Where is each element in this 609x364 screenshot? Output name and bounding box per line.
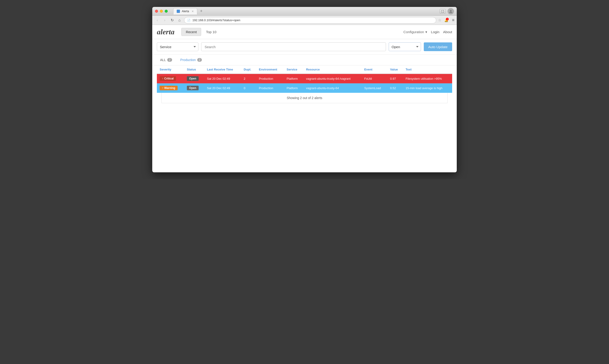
- col-text[interactable]: Text: [403, 65, 452, 74]
- cell-event-1: SystemLoad: [361, 83, 387, 93]
- reload-button[interactable]: ↻: [169, 17, 175, 23]
- cell-event-0: FsUtil: [361, 74, 387, 83]
- cell-status-1: Open: [184, 83, 204, 93]
- window-expand-button[interactable]: [440, 9, 446, 13]
- tab-title: Alerta: [182, 10, 189, 13]
- maximize-button[interactable]: [165, 10, 168, 13]
- app-nav: Recent Top 10: [181, 28, 221, 36]
- app-logo: alerta: [157, 28, 174, 36]
- nav-item-top10[interactable]: Top 10: [202, 28, 221, 36]
- col-dupl[interactable]: Dupl.: [241, 65, 256, 74]
- cell-environment-1: Production: [256, 83, 284, 93]
- login-button[interactable]: Login: [431, 30, 440, 34]
- col-severity[interactable]: Severity: [157, 65, 184, 74]
- col-service[interactable]: Service: [284, 65, 303, 74]
- cell-resource-0: vagrant-ubuntu-trusty-64:/vagrant: [303, 74, 361, 83]
- svg-point-1: [449, 12, 452, 13]
- cell-service-0: Platform: [284, 74, 303, 83]
- cell-environment-0: Production: [256, 74, 284, 83]
- cell-time-0: Sat 20 Dec 02:49: [204, 74, 241, 83]
- table-container: Severity Status Last Receive Time Dupl. …: [152, 65, 457, 103]
- new-tab-button[interactable]: +: [198, 8, 205, 14]
- cell-dupl-1: 0: [241, 83, 256, 93]
- about-button[interactable]: About: [443, 30, 452, 34]
- auto-update-button[interactable]: Auto Update: [424, 42, 452, 51]
- severity-badge-0: ↑ Critical: [160, 76, 176, 81]
- severity-badge-1: ↑ Warning: [160, 86, 178, 90]
- nav-item-recent[interactable]: Recent: [181, 28, 201, 36]
- user-avatar: [447, 8, 454, 14]
- filter-tab-all[interactable]: ALL 2: [157, 57, 175, 63]
- filter-tab-production-label: Production: [180, 58, 196, 62]
- configuration-label: Configuration: [403, 30, 424, 34]
- cell-value-0: 0.97: [387, 74, 403, 83]
- lock-icon: 📄: [187, 19, 191, 22]
- table-row[interactable]: ↑ Warning Open Sat 20 Dec 02:49 0 Produc…: [157, 83, 452, 93]
- notifications-icon[interactable]: 🔔 2: [443, 17, 449, 23]
- app-content: alerta Recent Top 10 Configuration ▾ Log…: [152, 25, 457, 172]
- cell-severity-0: ↑ Critical: [157, 74, 184, 83]
- cell-text-1: 15-min load average is high: [403, 83, 452, 93]
- footer-message: Showing 2 out of 2 alerts: [287, 96, 322, 100]
- app-header: alerta Recent Top 10 Configuration ▾ Log…: [152, 25, 457, 39]
- browser-titlebar: Alerta × +: [152, 7, 457, 16]
- status-badge-0: Open: [187, 76, 199, 81]
- bookmark-star-icon[interactable]: ☆: [438, 18, 441, 22]
- cell-time-1: Sat 20 Dec 02:49: [204, 83, 241, 93]
- browser-tab-alerta[interactable]: Alerta ×: [173, 8, 197, 14]
- filter-tab-all-badge: 2: [167, 58, 172, 62]
- table-row[interactable]: ↑ Critical Open Sat 20 Dec 02:49 2 Produ…: [157, 74, 452, 83]
- alerts-table: Severity Status Last Receive Time Dupl. …: [157, 65, 452, 93]
- minimize-button[interactable]: [160, 10, 163, 13]
- close-button[interactable]: [155, 10, 158, 13]
- filter-tab-production-badge: 2: [197, 58, 202, 62]
- toolbar: Service Platform Network Application Ope…: [152, 39, 457, 55]
- table-header-row: Severity Status Last Receive Time Dupl. …: [157, 65, 452, 74]
- search-input[interactable]: [201, 42, 386, 51]
- status-badge-1: Open: [187, 86, 199, 90]
- cell-dupl-0: 2: [241, 74, 256, 83]
- tab-bar: Alerta × +: [173, 8, 438, 14]
- chevron-down-icon: ▾: [425, 30, 427, 34]
- col-resource[interactable]: Resource: [303, 65, 361, 74]
- filter-tab-production[interactable]: Production 2: [177, 57, 205, 63]
- table-footer: Showing 2 out of 2 alerts: [162, 93, 447, 103]
- cell-resource-1: vagrant-ubuntu-trusty-64: [303, 83, 361, 93]
- cell-value-1: 0.52: [387, 83, 403, 93]
- col-event[interactable]: Event: [361, 65, 387, 74]
- status-select[interactable]: Open Closed Expired All: [389, 42, 421, 51]
- back-button[interactable]: ‹: [154, 17, 160, 23]
- cell-text-0: Filesystem utilisation >95%: [403, 74, 452, 83]
- home-button[interactable]: ⌂: [177, 17, 182, 23]
- url-input[interactable]: 📄 192.168.0.103/#/alerts?status=open: [184, 17, 436, 24]
- header-right: Configuration ▾ Login About: [403, 30, 452, 34]
- notification-badge: 2: [446, 18, 449, 21]
- up-arrow-icon-0: ↑: [162, 77, 163, 80]
- url-text: 192.168.0.103/#/alerts?status=open: [192, 18, 240, 22]
- cell-service-1: Platform: [284, 83, 303, 93]
- browser-menu-button[interactable]: ≡: [452, 18, 455, 23]
- col-last-receive-time[interactable]: Last Receive Time: [204, 65, 241, 74]
- col-environment[interactable]: Environment: [256, 65, 284, 74]
- address-bar: ‹ › ↻ ⌂ 📄 192.168.0.103/#/alerts?status=…: [152, 16, 457, 25]
- configuration-button[interactable]: Configuration ▾: [403, 30, 427, 34]
- svg-point-0: [450, 10, 452, 12]
- extension-icons: 🔔 2: [443, 17, 449, 23]
- forward-button[interactable]: ›: [162, 17, 167, 23]
- filter-tabs: ALL 2 Production 2: [152, 55, 457, 65]
- col-value[interactable]: Value: [387, 65, 403, 74]
- filter-tab-all-label: ALL: [160, 58, 166, 62]
- tab-favicon: [177, 10, 180, 13]
- cell-severity-1: ↑ Warning: [157, 83, 184, 93]
- col-status[interactable]: Status: [184, 65, 204, 74]
- up-arrow-icon-1: ↑: [162, 86, 163, 90]
- cell-status-0: Open: [184, 74, 204, 83]
- window-controls: [440, 8, 454, 14]
- tab-close-button[interactable]: ×: [192, 10, 194, 13]
- service-select[interactable]: Service Platform Network Application: [157, 42, 198, 51]
